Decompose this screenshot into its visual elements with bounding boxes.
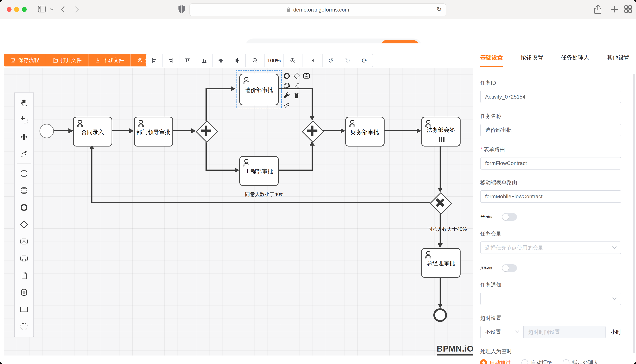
task-notify-select[interactable] (480, 293, 621, 305)
append-intermediate-event-icon[interactable] (283, 82, 291, 90)
user-task-tool[interactable] (15, 233, 33, 250)
app-header: 橙单流程设计 基础信息 流程变量 流程状态 流程设计 切换 保存 返回 (0, 19, 636, 44)
connect-tool[interactable] (15, 145, 33, 162)
start-event-tool[interactable] (15, 165, 33, 182)
participant-pool-tool[interactable] (15, 301, 33, 318)
task-general-manager-approval[interactable]: 总经理审批 (421, 248, 461, 278)
task-id-input[interactable] (480, 90, 621, 103)
flow-xgateway-loopback-v[interactable] (91, 149, 92, 203)
sidebar-icon[interactable] (38, 5, 46, 13)
align-right-button[interactable] (163, 54, 179, 67)
shield-icon[interactable] (177, 4, 186, 14)
radio-auto-reject[interactable]: 自动拒绝 (521, 359, 552, 364)
tab-task-assignee[interactable]: 任务处理人 (561, 54, 589, 67)
url-bar[interactable]: demo.orangeforms.com ↻ (189, 4, 446, 16)
align-center-horizontal-button[interactable] (213, 54, 229, 67)
flow-leader-to-gateway1[interactable] (172, 130, 191, 132)
timeout-value-input[interactable] (524, 326, 606, 338)
minimize-window-button[interactable] (14, 7, 19, 12)
group-tool[interactable] (15, 318, 33, 335)
zoom-out-button[interactable] (246, 54, 265, 67)
flow-xgateway-loopback-h[interactable] (92, 202, 430, 203)
data-object-tool[interactable] (15, 267, 33, 284)
gateway-tool[interactable] (15, 216, 33, 233)
zoom-window-button[interactable] (22, 7, 27, 12)
task-variable-select[interactable]: 选择任务节点使用的变量 (480, 242, 621, 254)
task-engineering-approval[interactable]: 工程部审批 (239, 156, 279, 186)
trash-icon[interactable] (293, 92, 301, 100)
undo-button[interactable]: ↺ (323, 54, 339, 67)
flow-finance-to-legal[interactable] (383, 130, 417, 132)
flow-contract-to-leader[interactable] (111, 130, 129, 132)
append-gateway-icon[interactable] (293, 72, 301, 80)
allow-edit-toggle[interactable] (502, 213, 517, 221)
task-finance-approval[interactable]: 财务部审批 (345, 117, 384, 146)
timeout-mode-select[interactable]: 不设置 (480, 326, 524, 338)
space-tool[interactable] (15, 128, 33, 145)
subprocess-tool[interactable] (15, 250, 33, 267)
task-legal-countersign[interactable]: 法务部会签 (421, 117, 461, 146)
flow-gm-to-end[interactable] (440, 276, 441, 304)
append-end-event-icon[interactable] (283, 72, 291, 80)
redo-button[interactable]: ↻ (339, 54, 356, 67)
end-event-tool[interactable] (15, 199, 33, 216)
forward-button[interactable] (74, 5, 80, 14)
open-file-button[interactable]: 打开文件 (46, 54, 89, 66)
share-icon[interactable] (594, 4, 602, 14)
flow-gateway2-to-finance[interactable] (322, 130, 341, 132)
align-left-button[interactable] (146, 54, 163, 67)
new-tab-icon[interactable] (611, 5, 619, 13)
refresh-button[interactable]: ⟳ (356, 54, 373, 67)
task-dept-leader-approval[interactable]: 部门领导审批 (134, 117, 173, 146)
align-top-button[interactable] (179, 54, 196, 67)
form-route-input[interactable] (480, 157, 621, 170)
chevron-down-icon (612, 296, 617, 300)
zoom-level-display[interactable]: 100% (265, 54, 284, 67)
hand-tool[interactable] (15, 94, 33, 112)
flow-gateway1-to-cost-v[interactable] (205, 89, 207, 121)
edge-label-gt40[interactable]: 同意人数大于40% (426, 226, 469, 232)
tab-basic-settings[interactable]: 基础设置 (480, 54, 503, 67)
flow-cost-to-gateway2-v[interactable] (312, 88, 313, 116)
flow-legal-to-xgateway[interactable] (440, 144, 441, 188)
align-bottom-button[interactable] (196, 54, 213, 67)
flow-gateway1-to-eng-v[interactable] (205, 141, 207, 171)
bpmn-io-watermark[interactable]: BPMN.iO (437, 344, 473, 356)
back-button[interactable] (60, 5, 66, 14)
lasso-tool[interactable] (15, 112, 33, 128)
radio-specify-assignee[interactable]: 指定处理人 (563, 359, 598, 364)
panel-scrollbar[interactable] (633, 74, 635, 353)
append-annotation-icon[interactable] (293, 82, 301, 90)
flow-gateway1-to-cost-h[interactable] (205, 88, 231, 89)
flow-eng-to-gateway2-v[interactable] (312, 146, 313, 171)
save-flow-button[interactable]: 保存流程 (4, 54, 46, 66)
data-store-tool[interactable] (15, 284, 33, 301)
tab-overview-icon[interactable] (624, 5, 632, 13)
radio-auto-approve[interactable]: 自动通过 (480, 359, 511, 364)
edge-label-lt40[interactable]: 同意人数小于40% (238, 191, 291, 198)
task-contract-entry[interactable]: 合同录入 (73, 117, 112, 146)
download-file-button[interactable]: 下载文件 (89, 54, 131, 66)
flow-eng-to-gateway2-h[interactable] (277, 170, 313, 171)
zoom-fit-button[interactable] (303, 54, 321, 67)
end-event[interactable] (433, 308, 447, 322)
mobile-form-route-input[interactable] (480, 190, 621, 203)
close-window-button[interactable] (7, 7, 12, 12)
align-center-vertical-button[interactable] (229, 54, 246, 67)
bpmn-canvas[interactable]: 同意人数小于40% 同意人数大于40% (4, 68, 473, 356)
start-event[interactable] (40, 124, 54, 138)
task-cost-dept-approval[interactable]: 造价部审批 (239, 74, 279, 105)
append-task-icon[interactable] (302, 72, 311, 80)
reload-icon[interactable]: ↻ (437, 6, 442, 13)
tab-other-settings[interactable]: 其他设置 (607, 54, 629, 67)
flow-gateway1-to-eng-h[interactable] (205, 170, 235, 171)
wrench-icon[interactable] (283, 92, 291, 100)
countersign-toggle[interactable] (502, 264, 517, 272)
chevron-down-icon[interactable] (50, 8, 54, 11)
chevron-down-icon (515, 330, 520, 334)
task-name-input[interactable] (480, 124, 621, 136)
zoom-in-button[interactable] (284, 54, 303, 67)
tab-button-settings[interactable]: 按钮设置 (520, 54, 543, 67)
connect-arrows-icon[interactable] (283, 101, 291, 110)
intermediate-event-tool[interactable] (15, 182, 33, 199)
